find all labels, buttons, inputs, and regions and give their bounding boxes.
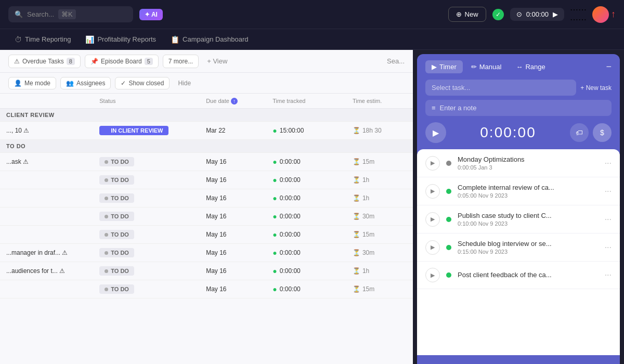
task-name-cell bbox=[0, 189, 93, 207]
entry-dot bbox=[446, 189, 451, 194]
due-date-cell: May 16 bbox=[200, 226, 266, 244]
tab-campaign-dashboard[interactable]: 📋 Campaign Dashboard bbox=[164, 32, 254, 47]
entry-item[interactable]: ▶ Monday Optimizations 0:00:05 Jan 3 ··· bbox=[417, 149, 620, 177]
entry-item[interactable]: ▶ Schedule blog interview or se... 0:15:… bbox=[417, 233, 620, 262]
play-icon: ▶ bbox=[553, 10, 558, 18]
overdue-icon: ⚠ bbox=[14, 58, 20, 65]
table-row[interactable]: TO DO May 16 ● 0:00:00 ⏳ 1h bbox=[0, 171, 413, 189]
attachment-button[interactable]: 🏷 bbox=[570, 123, 589, 142]
status-cell[interactable]: TO DO bbox=[93, 280, 200, 298]
avatar[interactable] bbox=[592, 6, 609, 23]
table-row[interactable]: ...audiences for t... ⚠ TO DO May 16 ● 0… bbox=[0, 262, 413, 280]
new-button[interactable]: ⊕ New bbox=[448, 7, 486, 22]
due-date-cell: May 16 bbox=[200, 262, 266, 280]
entry-more-button[interactable]: ··· bbox=[605, 270, 612, 280]
me-icon: 👤 bbox=[14, 80, 22, 87]
status-cell[interactable]: TO DO bbox=[93, 226, 200, 244]
check-icon[interactable]: ✓ bbox=[492, 9, 504, 20]
episode-count: 5 bbox=[145, 58, 153, 65]
status-cell[interactable]: TO DO bbox=[93, 262, 200, 280]
add-view-button[interactable]: + View bbox=[203, 55, 231, 68]
table-row[interactable]: TO DO May 16 ● 0:00:00 ⏳ 30m bbox=[0, 207, 413, 226]
entry-dot bbox=[446, 272, 451, 278]
close-button[interactable]: − bbox=[606, 61, 612, 72]
task-table-scroll[interactable]: Status Due date ↑ Time tracked Time esti… bbox=[0, 94, 413, 345]
table-row[interactable]: ..., 10 ⚠ IN CLIENT REVIEW Mar 22 ● 15:0… bbox=[0, 122, 413, 140]
entry-dot bbox=[446, 161, 451, 166]
time-estimate-cell: ⏳ 15m bbox=[346, 153, 413, 171]
timer-play-button[interactable]: ▶ bbox=[425, 122, 446, 143]
table-row[interactable]: TO DO May 16 ● 0:00:00 ⏳ 1h bbox=[0, 189, 413, 207]
hide-button[interactable]: Hide bbox=[178, 80, 191, 87]
overdue-tasks-tab[interactable]: ⚠ Overdue Tasks 8 bbox=[8, 55, 81, 68]
grid-icon[interactable]: ⋯⋯⋯⋯ bbox=[570, 7, 586, 22]
entry-meta: 0:00:05 Jan 3 bbox=[458, 164, 599, 171]
status-cell[interactable]: TO DO bbox=[93, 153, 200, 171]
search-button[interactable]: Sea... bbox=[387, 57, 405, 65]
status-cell[interactable]: IN CLIENT REVIEW bbox=[93, 122, 200, 140]
timer-tab-manual[interactable]: ✏ Manual bbox=[465, 60, 508, 73]
timer-panel: ▶ Timer ✏ Manual ↔ Range − + New task ≡ bbox=[417, 54, 620, 364]
entry-info: Complete internal review of ca... 0:05:0… bbox=[458, 184, 599, 199]
due-date-cell: May 16 bbox=[200, 189, 266, 207]
table-row[interactable]: ...manager in draf... ⚠ TO DO May 16 ● 0… bbox=[0, 244, 413, 262]
entry-play-button[interactable]: ▶ bbox=[425, 184, 440, 199]
me-mode-filter[interactable]: 👤 Me mode bbox=[8, 77, 56, 89]
entry-more-button[interactable]: ··· bbox=[605, 159, 612, 168]
task-table: Status Due date ↑ Time tracked Time esti… bbox=[0, 94, 413, 298]
due-date-cell: May 16 bbox=[200, 207, 266, 226]
table-row[interactable]: TO DO May 16 ● 0:00:00 ⏳ 15m bbox=[0, 280, 413, 298]
task-name-cell bbox=[0, 207, 93, 226]
time-tracked-cell: ● 0:00:00 bbox=[266, 262, 346, 280]
entry-title: Publish case study to client C... bbox=[458, 212, 599, 219]
entry-dot bbox=[446, 217, 451, 222]
entry-play-button[interactable]: ▶ bbox=[425, 240, 440, 255]
time-tracked-cell: ● 0:00:00 bbox=[266, 207, 346, 226]
status-cell[interactable]: TO DO bbox=[93, 189, 200, 207]
entry-item[interactable]: ▶ Publish case study to client C... 0:10… bbox=[417, 205, 620, 233]
note-placeholder: Enter a note bbox=[440, 104, 477, 112]
new-task-button[interactable]: + New task bbox=[580, 84, 612, 92]
task-select-input[interactable] bbox=[425, 80, 576, 96]
task-name-cell: ...ask ⚠ bbox=[0, 153, 93, 171]
time-estimate-cell: ⏳ 15m bbox=[346, 226, 413, 244]
status-cell[interactable]: TO DO bbox=[93, 171, 200, 189]
task-select-row: + New task bbox=[425, 80, 612, 96]
tab-campaign-label: Campaign Dashboard bbox=[183, 35, 248, 43]
task-name-cell: ...manager in draf... ⚠ bbox=[0, 244, 93, 262]
show-closed-filter[interactable]: ✓ Show closed bbox=[115, 77, 170, 89]
timer-display[interactable]: ⊙ 0:00:00 ▶ bbox=[510, 8, 564, 21]
tab-profitability-reports[interactable]: 📊 Profitability Reports bbox=[79, 32, 162, 47]
plus-icon: ⊕ bbox=[456, 10, 462, 18]
status-cell[interactable]: TO DO bbox=[93, 207, 200, 226]
entry-info: Monday Optimizations 0:00:05 Jan 3 bbox=[458, 155, 599, 171]
entry-play-button[interactable]: ▶ bbox=[425, 268, 440, 282]
entry-more-button[interactable]: ··· bbox=[605, 187, 612, 196]
tab-time-reporting[interactable]: ⏱ Time Reporting bbox=[8, 32, 77, 47]
entry-item[interactable]: ▶ Post client feedback of the ca... ··· bbox=[417, 262, 620, 289]
status-cell[interactable]: TO DO bbox=[93, 244, 200, 262]
task-name-cell bbox=[0, 226, 93, 244]
timer-tab-range[interactable]: ↔ Range bbox=[510, 60, 551, 73]
billing-button[interactable]: $ bbox=[593, 123, 612, 142]
entry-more-button[interactable]: ··· bbox=[605, 243, 612, 252]
timer-tab-timer[interactable]: ▶ Timer bbox=[425, 60, 463, 73]
section-label: CLIENT REVIEW bbox=[0, 109, 413, 122]
tab-profitability-label: Profitability Reports bbox=[97, 35, 156, 43]
filter-bar: 👤 Me mode 👥 Assignees ✓ Show closed Hide bbox=[0, 73, 413, 94]
time-tracked-cell: ● 15:00:00 bbox=[266, 122, 346, 140]
table-row[interactable]: TO DO May 16 ● 0:00:00 ⏳ 15m bbox=[0, 226, 413, 244]
entry-play-button[interactable]: ▶ bbox=[425, 156, 440, 171]
more-views-tab[interactable]: 7 more... bbox=[163, 55, 199, 68]
entry-item[interactable]: ▶ Complete internal review of ca... 0:05… bbox=[417, 177, 620, 205]
search-box[interactable]: 🔍 Search... ⌘K bbox=[8, 6, 133, 22]
note-row[interactable]: ≡ Enter a note bbox=[425, 100, 612, 116]
entry-more-button[interactable]: ··· bbox=[605, 215, 612, 224]
overdue-count: 8 bbox=[67, 58, 75, 65]
episode-board-tab[interactable]: 📌 Episode Board 5 bbox=[85, 55, 159, 68]
table-row[interactable]: ...ask ⚠ TO DO May 16 ● 0:00:00 bbox=[0, 153, 413, 171]
assignees-filter[interactable]: 👥 Assignees bbox=[60, 77, 111, 89]
entry-play-button[interactable]: ▶ bbox=[425, 212, 440, 227]
due-date-cell: May 16 bbox=[200, 153, 266, 171]
ai-button[interactable]: ✦ AI bbox=[139, 9, 163, 20]
